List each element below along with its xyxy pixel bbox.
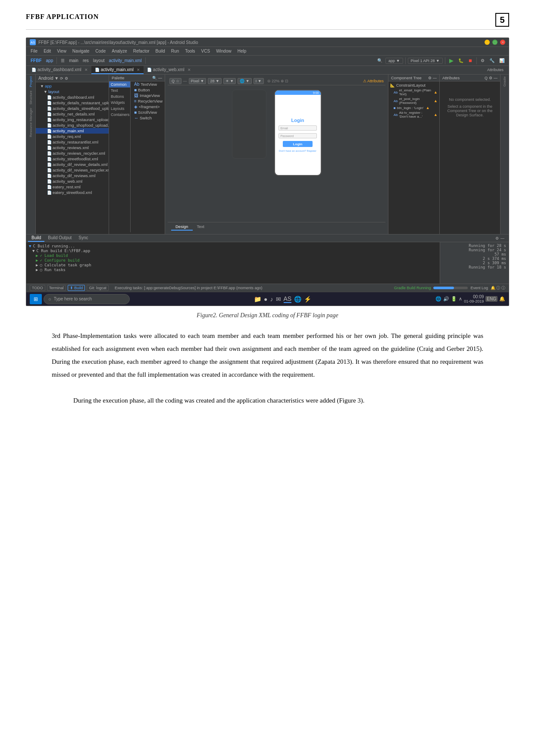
- tree-item-streetfoodlist[interactable]: 📄 activity_streetfoodlist.xml: [36, 156, 109, 162]
- menu-analyze[interactable]: Analyze: [109, 48, 130, 54]
- menu-build[interactable]: Build: [153, 48, 168, 54]
- toolbar-layout-icon[interactable]: layout: [91, 57, 106, 64]
- tree-item-reviews-recycler[interactable]: 📄 activity_reviews_recycler.xml: [36, 150, 109, 156]
- bottom-tab-output[interactable]: Build Output: [44, 234, 75, 242]
- component-et-password[interactable]: Ab et_post_login (Password) ▲: [388, 97, 439, 105]
- toolbar-debug-button[interactable]: 🐛: [457, 57, 465, 64]
- statusbar-event-log[interactable]: Event Log: [470, 286, 488, 290]
- taskbar-arrow-icon[interactable]: ∧: [459, 296, 462, 302]
- menu-file[interactable]: File: [28, 48, 40, 54]
- toolbar-extra-2[interactable]: 🔧: [488, 57, 496, 64]
- taskbar-icon-chrome[interactable]: ●: [264, 296, 267, 303]
- tab-text[interactable]: Text: [193, 223, 209, 231]
- taskbar-icon-file-explorer[interactable]: 📁: [254, 296, 261, 303]
- statusbar-terminal-btn[interactable]: Terminal: [47, 285, 66, 291]
- tree-item-net-details[interactable]: 📄 activity_net_details.xml: [36, 111, 109, 117]
- toolbar-device-selector[interactable]: Pixel 1 API 28 ▼: [408, 58, 443, 64]
- toolbar-menu-icon[interactable]: ☰: [59, 57, 66, 64]
- toolbar-activity-main[interactable]: activity_main.xml: [107, 57, 144, 64]
- taskbar-icon-email[interactable]: ✉: [276, 296, 281, 303]
- tree-item-details-rest[interactable]: 📄 activity_details_restaurant_upload.xml: [36, 100, 109, 106]
- toolbar-extra-1[interactable]: ⚙: [479, 57, 486, 64]
- palette-item-textview[interactable]: Ab TextView: [131, 81, 165, 87]
- tree-item-dif-review-details[interactable]: 📄 activity_dif_review_details.xml: [36, 162, 109, 167]
- tab-activity-web[interactable]: 📄 activity_web.xml ✕: [144, 66, 194, 74]
- phone-register-link[interactable]: Don't have an account? Register: [279, 150, 316, 152]
- menu-edit[interactable]: Edit: [41, 48, 53, 54]
- maximize-button[interactable]: □: [492, 40, 497, 45]
- menu-view[interactable]: View: [54, 48, 69, 54]
- taskbar-icon-power[interactable]: ⚡: [304, 296, 311, 303]
- palette-item-switch[interactable]: ↔ Switch: [131, 115, 165, 121]
- tree-item-req[interactable]: 📄 activity_req.xml: [36, 134, 109, 139]
- palette-item-fragment[interactable]: ◈ <fragment>: [131, 104, 165, 109]
- component-constraint-layout[interactable]: 📐 ConstraintLayout: [388, 83, 439, 88]
- palette-cat-layouts[interactable]: Layouts: [109, 106, 130, 112]
- tree-item-eatery-street[interactable]: 📄 eatery_streetfood.xml: [36, 190, 109, 195]
- tab-attributes[interactable]: Attributes: [484, 66, 507, 74]
- taskbar-search-box[interactable]: ○ Type here to search: [44, 294, 130, 304]
- tab-activity-dashboard[interactable]: 📄 activity_dashboard.xml ✕: [28, 66, 91, 74]
- statusbar-build-btn[interactable]: ⬆ Build: [68, 285, 85, 291]
- tree-item-web[interactable]: 📄 activity_web.xml: [36, 178, 109, 184]
- menu-run[interactable]: Run: [169, 48, 181, 54]
- menu-window[interactable]: Window: [213, 48, 234, 54]
- toolbar-app-selector[interactable]: app ▼: [385, 58, 403, 64]
- tree-item-dif-reviews-recycler[interactable]: 📄 activity_dif_reviews_recycler.xml: [36, 167, 109, 173]
- menu-navigate[interactable]: Navigate: [70, 48, 92, 54]
- minimize-button[interactable]: —: [485, 40, 490, 45]
- properties-minus-btn[interactable]: —: [494, 76, 497, 80]
- palette-item-imageview[interactable]: 🖼 ImageView: [131, 93, 165, 98]
- tab-close-dashboard[interactable]: ✕: [84, 68, 88, 72]
- toolbar-stop-button[interactable]: ⏹: [466, 57, 474, 64]
- component-tree-minus[interactable]: —: [433, 76, 437, 80]
- canvas-btn-rtl[interactable]: I ▼: [253, 78, 264, 84]
- tab-close-main[interactable]: ✕: [137, 68, 140, 72]
- right-icon-gradle[interactable]: Gradle: [503, 76, 507, 87]
- canvas-btn-api[interactable]: 28 ▼: [208, 78, 221, 84]
- taskbar-icon-globe[interactable]: 🌐: [294, 296, 301, 303]
- component-et-email[interactable]: Ab et_email_login (Plain Text) ▲: [388, 88, 439, 97]
- taskbar-start-button[interactable]: ⊞: [30, 294, 42, 304]
- tree-item-restlist[interactable]: 📄 activity_restaurantlist.xml: [36, 139, 109, 145]
- statusbar-logcat-btn[interactable]: Git: logcat: [87, 285, 109, 291]
- statusbar-todo-btn[interactable]: TODO: [30, 285, 45, 291]
- palette-item-scrollview[interactable]: ■ ScrollView: [131, 109, 165, 115]
- tree-sync-btn[interactable]: ⟳: [60, 76, 63, 81]
- properties-search-btn[interactable]: Q: [485, 76, 488, 80]
- toolbar-run-button[interactable]: ▶: [447, 56, 455, 65]
- tree-item-img-rest[interactable]: 📄 activity_img_restaurant_upload.xml: [36, 117, 109, 122]
- canvas-btn-theme[interactable]: ☀ ▼: [223, 78, 236, 84]
- tab-design[interactable]: Design: [171, 223, 193, 231]
- canvas-btn-device[interactable]: Pixel ▼: [189, 78, 206, 84]
- menu-help[interactable]: Help: [235, 48, 249, 54]
- tree-item-layout-folder[interactable]: ▼ layout: [36, 89, 109, 94]
- taskbar-notifications-icon[interactable]: 🔔: [499, 296, 505, 302]
- menu-code[interactable]: Code: [93, 48, 108, 54]
- tree-item-img-shop[interactable]: 📄 activity_img_shopfood_upload.xml: [36, 122, 109, 128]
- properties-gear-btn[interactable]: ⚙: [489, 76, 492, 80]
- tree-item-dashboard[interactable]: 📄 activity_dashboard.xml: [36, 94, 109, 100]
- toolbar-app-icon[interactable]: app: [44, 57, 55, 64]
- taskbar-icon-music[interactable]: ♪: [270, 296, 273, 303]
- tree-gear-btn[interactable]: ⚙: [65, 76, 68, 81]
- component-tree-gear[interactable]: ⚙: [428, 76, 432, 80]
- left-icon-project[interactable]: Project: [29, 76, 33, 87]
- bottom-tab-build[interactable]: Build: [28, 234, 44, 242]
- tab-close-web[interactable]: ✕: [188, 68, 191, 72]
- palette-search-btn[interactable]: 🔍: [152, 76, 157, 80]
- toolbar-search[interactable]: 🔍: [375, 57, 384, 64]
- tree-item-details-street[interactable]: 📄 activity_details_streetfood_upload.xml: [36, 106, 109, 111]
- menu-vcs[interactable]: VCS: [199, 48, 213, 54]
- close-button[interactable]: ✕: [500, 40, 505, 45]
- left-icon-resource[interactable]: Resource Manager: [29, 108, 33, 137]
- palette-cat-buttons[interactable]: Buttons: [109, 94, 130, 100]
- titlebar-controls[interactable]: — □ ✕: [485, 40, 505, 45]
- palette-gear-btn[interactable]: —: [158, 76, 162, 80]
- tree-item-eatery-rest[interactable]: 📄 eatery_rest.xml: [36, 184, 109, 190]
- menu-tools[interactable]: Tools: [182, 48, 197, 54]
- tab-activity-main[interactable]: 📄 activity_main.xml ✕: [91, 66, 144, 74]
- build-gear-btn[interactable]: ⚙: [495, 236, 499, 241]
- canvas-btn-locale[interactable]: 🌐 ▼: [238, 78, 251, 84]
- palette-cat-text[interactable]: Text: [109, 87, 130, 94]
